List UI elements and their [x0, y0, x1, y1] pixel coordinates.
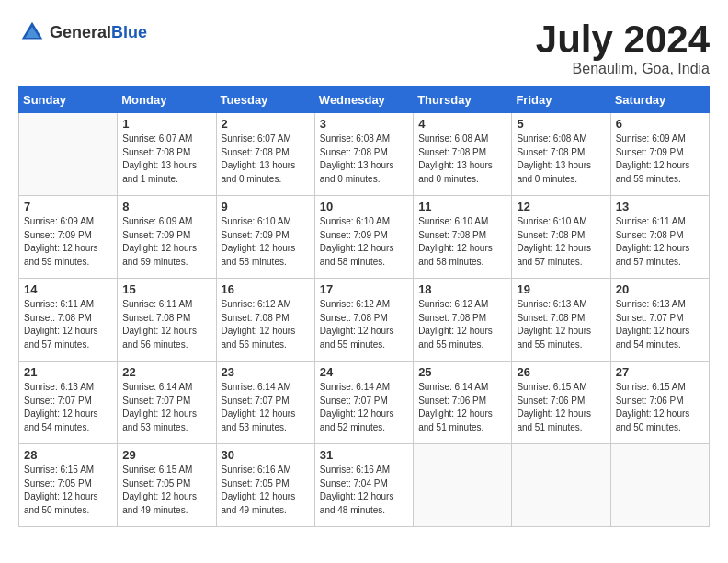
- calendar-cell: 26Sunrise: 6:15 AM Sunset: 7:06 PM Dayli…: [512, 362, 610, 444]
- cell-content: Sunrise: 6:09 AM Sunset: 7:09 PM Dayligh…: [616, 132, 704, 186]
- cell-content: Sunrise: 6:08 AM Sunset: 7:08 PM Dayligh…: [517, 132, 605, 186]
- day-number: 23: [222, 365, 310, 379]
- cell-content: Sunrise: 6:11 AM Sunset: 7:08 PM Dayligh…: [122, 298, 210, 351]
- calendar-cell: 4Sunrise: 6:08 AM Sunset: 7:08 PM Daylig…: [414, 113, 512, 196]
- cell-content: Sunrise: 6:09 AM Sunset: 7:09 PM Dayligh…: [24, 215, 112, 269]
- cell-content: Sunrise: 6:15 AM Sunset: 7:06 PM Dayligh…: [517, 381, 605, 434]
- calendar-cell: 5Sunrise: 6:08 AM Sunset: 7:08 PM Daylig…: [512, 113, 610, 196]
- logo-blue: Blue: [111, 23, 147, 41]
- day-number: 2: [222, 117, 310, 131]
- calendar-cell: 21Sunrise: 6:13 AM Sunset: 7:07 PM Dayli…: [19, 362, 118, 444]
- cell-content: Sunrise: 6:10 AM Sunset: 7:09 PM Dayligh…: [320, 215, 408, 269]
- day-number: 3: [320, 117, 408, 131]
- calendar-cell: 9Sunrise: 6:10 AM Sunset: 7:09 PM Daylig…: [216, 196, 314, 279]
- calendar-table: Sunday Monday Tuesday Wednesday Thursday…: [18, 86, 710, 527]
- day-number: 16: [222, 282, 310, 296]
- day-number: 27: [616, 365, 704, 379]
- calendar-cell: 7Sunrise: 6:09 AM Sunset: 7:09 PM Daylig…: [19, 196, 118, 279]
- calendar-cell: [414, 444, 512, 527]
- calendar-body: 1Sunrise: 6:07 AM Sunset: 7:08 PM Daylig…: [19, 113, 710, 527]
- cell-content: Sunrise: 6:08 AM Sunset: 7:08 PM Dayligh…: [418, 132, 506, 186]
- calendar-cell: 24Sunrise: 6:14 AM Sunset: 7:07 PM Dayli…: [314, 362, 413, 444]
- calendar-week-4: 21Sunrise: 6:13 AM Sunset: 7:07 PM Dayli…: [19, 362, 710, 444]
- cell-content: Sunrise: 6:11 AM Sunset: 7:08 PM Dayligh…: [616, 215, 704, 269]
- cell-content: Sunrise: 6:09 AM Sunset: 7:09 PM Dayligh…: [122, 215, 210, 269]
- cell-content: Sunrise: 6:15 AM Sunset: 7:06 PM Dayligh…: [616, 381, 704, 434]
- day-number: 31: [320, 448, 408, 462]
- cell-content: Sunrise: 6:14 AM Sunset: 7:07 PM Dayligh…: [320, 381, 408, 434]
- cell-content: Sunrise: 6:15 AM Sunset: 7:05 PM Dayligh…: [122, 464, 210, 517]
- calendar-cell: 3Sunrise: 6:08 AM Sunset: 7:08 PM Daylig…: [314, 113, 413, 196]
- month-title: July 2024: [536, 18, 710, 61]
- cell-content: Sunrise: 6:13 AM Sunset: 7:07 PM Dayligh…: [616, 298, 704, 351]
- day-number: 15: [122, 282, 210, 296]
- calendar-cell: 13Sunrise: 6:11 AM Sunset: 7:08 PM Dayli…: [610, 196, 709, 279]
- cell-content: Sunrise: 6:10 AM Sunset: 7:08 PM Dayligh…: [517, 215, 605, 269]
- calendar-cell: 12Sunrise: 6:10 AM Sunset: 7:08 PM Dayli…: [512, 196, 610, 279]
- cell-content: Sunrise: 6:14 AM Sunset: 7:07 PM Dayligh…: [122, 381, 210, 434]
- cell-content: Sunrise: 6:13 AM Sunset: 7:07 PM Dayligh…: [24, 381, 112, 434]
- cell-content: Sunrise: 6:12 AM Sunset: 7:08 PM Dayligh…: [418, 298, 506, 351]
- cell-content: Sunrise: 6:08 AM Sunset: 7:08 PM Dayligh…: [320, 132, 408, 186]
- calendar-cell: 2Sunrise: 6:07 AM Sunset: 7:08 PM Daylig…: [216, 113, 314, 196]
- calendar-cell: 15Sunrise: 6:11 AM Sunset: 7:08 PM Dayli…: [118, 279, 216, 362]
- cell-content: Sunrise: 6:16 AM Sunset: 7:05 PM Dayligh…: [222, 464, 310, 517]
- calendar-cell: [19, 113, 118, 196]
- calendar-cell: 27Sunrise: 6:15 AM Sunset: 7:06 PM Dayli…: [610, 362, 709, 444]
- cell-content: Sunrise: 6:15 AM Sunset: 7:05 PM Dayligh…: [24, 464, 112, 517]
- calendar-cell: 28Sunrise: 6:15 AM Sunset: 7:05 PM Dayli…: [19, 444, 118, 527]
- col-saturday: Saturday: [610, 87, 709, 113]
- calendar-cell: 20Sunrise: 6:13 AM Sunset: 7:07 PM Dayli…: [610, 279, 709, 362]
- calendar-cell: 29Sunrise: 6:15 AM Sunset: 7:05 PM Dayli…: [118, 444, 216, 527]
- day-number: 24: [320, 365, 408, 379]
- calendar-week-3: 14Sunrise: 6:11 AM Sunset: 7:08 PM Dayli…: [19, 279, 710, 362]
- header-row: Sunday Monday Tuesday Wednesday Thursday…: [19, 87, 710, 113]
- cell-content: Sunrise: 6:12 AM Sunset: 7:08 PM Dayligh…: [320, 298, 408, 351]
- calendar-cell: 1Sunrise: 6:07 AM Sunset: 7:08 PM Daylig…: [118, 113, 216, 196]
- cell-content: Sunrise: 6:14 AM Sunset: 7:07 PM Dayligh…: [222, 381, 310, 434]
- day-number: 17: [320, 282, 408, 296]
- cell-content: Sunrise: 6:07 AM Sunset: 7:08 PM Dayligh…: [122, 132, 210, 186]
- calendar-cell: 14Sunrise: 6:11 AM Sunset: 7:08 PM Dayli…: [19, 279, 118, 362]
- day-number: 11: [418, 200, 506, 213]
- day-number: 18: [418, 282, 506, 296]
- calendar-cell: 10Sunrise: 6:10 AM Sunset: 7:09 PM Dayli…: [314, 196, 413, 279]
- calendar-cell: 11Sunrise: 6:10 AM Sunset: 7:08 PM Dayli…: [414, 196, 512, 279]
- logo-text: GeneralBlue: [50, 23, 147, 42]
- day-number: 19: [517, 282, 605, 296]
- day-number: 9: [222, 200, 310, 213]
- col-tuesday: Tuesday: [216, 87, 314, 113]
- calendar-cell: 19Sunrise: 6:13 AM Sunset: 7:08 PM Dayli…: [512, 279, 610, 362]
- logo-icon: [18, 18, 46, 46]
- day-number: 21: [24, 365, 112, 379]
- day-number: 20: [616, 282, 704, 296]
- day-number: 7: [24, 200, 112, 213]
- day-number: 30: [222, 448, 310, 462]
- col-wednesday: Wednesday: [314, 87, 413, 113]
- location: Benaulim, Goa, India: [536, 61, 710, 77]
- title-block: July 2024 Benaulim, Goa, India: [536, 18, 710, 77]
- logo-general: General: [50, 23, 111, 41]
- day-number: 25: [418, 365, 506, 379]
- day-number: 1: [122, 117, 210, 131]
- col-thursday: Thursday: [414, 87, 512, 113]
- cell-content: Sunrise: 6:13 AM Sunset: 7:08 PM Dayligh…: [517, 298, 605, 351]
- calendar-cell: 22Sunrise: 6:14 AM Sunset: 7:07 PM Dayli…: [118, 362, 216, 444]
- day-number: 28: [24, 448, 112, 462]
- col-monday: Monday: [118, 87, 216, 113]
- page-header: GeneralBlue July 2024 Benaulim, Goa, Ind…: [18, 18, 710, 77]
- day-number: 14: [24, 282, 112, 296]
- calendar-cell: 25Sunrise: 6:14 AM Sunset: 7:06 PM Dayli…: [414, 362, 512, 444]
- calendar-week-1: 1Sunrise: 6:07 AM Sunset: 7:08 PM Daylig…: [19, 113, 710, 196]
- day-number: 8: [122, 200, 210, 213]
- day-number: 4: [418, 117, 506, 131]
- logo: GeneralBlue: [18, 18, 147, 46]
- cell-content: Sunrise: 6:10 AM Sunset: 7:09 PM Dayligh…: [222, 215, 310, 269]
- day-number: 6: [616, 117, 704, 131]
- calendar-cell: 31Sunrise: 6:16 AM Sunset: 7:04 PM Dayli…: [314, 444, 413, 527]
- calendar-week-5: 28Sunrise: 6:15 AM Sunset: 7:05 PM Dayli…: [19, 444, 710, 527]
- calendar-cell: 6Sunrise: 6:09 AM Sunset: 7:09 PM Daylig…: [610, 113, 709, 196]
- calendar-cell: 30Sunrise: 6:16 AM Sunset: 7:05 PM Dayli…: [216, 444, 314, 527]
- cell-content: Sunrise: 6:07 AM Sunset: 7:08 PM Dayligh…: [222, 132, 310, 186]
- calendar-header: Sunday Monday Tuesday Wednesday Thursday…: [19, 87, 710, 113]
